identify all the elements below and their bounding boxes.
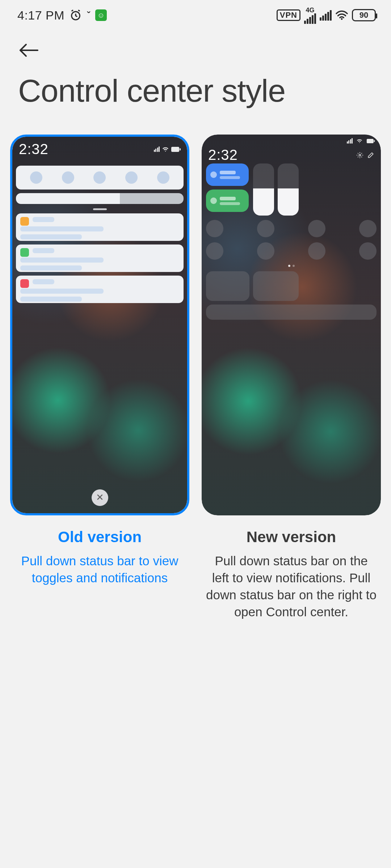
preview-slider xyxy=(253,163,274,216)
wifi-icon xyxy=(335,10,348,21)
preview-close-icon: ✕ xyxy=(92,489,108,506)
preview-battery-icon xyxy=(171,147,181,152)
alarm-icon xyxy=(70,9,82,21)
preview-signal-icon xyxy=(347,138,353,144)
preview-slider xyxy=(278,163,299,216)
status-right: VPN 4G 90 xyxy=(277,7,376,24)
preview-wifi-icon xyxy=(356,139,363,144)
svg-point-5 xyxy=(359,142,360,143)
option-title: Old version xyxy=(58,528,142,546)
preview-card xyxy=(206,271,249,301)
settings-icon xyxy=(356,152,363,159)
signal-2-icon xyxy=(320,10,332,21)
preview-toggles-panel xyxy=(16,166,184,190)
battery-icon: 90 xyxy=(352,9,376,21)
option-old-preview: 2:32 xyxy=(10,135,189,515)
status-time: 4:17 PM xyxy=(17,8,64,22)
preview-tile xyxy=(206,163,249,186)
edit-icon xyxy=(367,152,374,159)
preview-time: 2:32 xyxy=(19,141,49,157)
preview-wifi-icon xyxy=(162,146,169,152)
page-title: Control center style xyxy=(0,63,391,135)
option-old-version[interactable]: 2:32 xyxy=(10,135,189,621)
svg-rect-4 xyxy=(180,148,181,150)
back-button[interactable] xyxy=(18,41,44,59)
option-title: New version xyxy=(247,528,336,546)
options-grid: 2:32 xyxy=(0,135,391,621)
preview-toggle-row xyxy=(206,242,377,260)
svg-point-1 xyxy=(341,18,343,20)
status-app-icon: ☺ xyxy=(95,9,107,21)
svg-point-2 xyxy=(165,150,166,151)
preview-battery-icon xyxy=(366,139,375,143)
status-bar: 4:17 PM ˇ ☺ VPN 4G 90 xyxy=(0,0,391,30)
preview-brightness-slider xyxy=(16,193,184,204)
svg-rect-6 xyxy=(367,139,374,143)
preview-card xyxy=(253,271,299,301)
preview-toggle-row xyxy=(206,220,377,237)
preview-notification xyxy=(16,276,184,303)
option-description: Pull down status bar to view toggles and… xyxy=(10,552,189,587)
preview-card xyxy=(206,305,377,320)
preview-page-dots xyxy=(288,265,295,267)
svg-point-8 xyxy=(359,154,361,156)
vpn-icon: VPN xyxy=(277,9,300,21)
status-left: 4:17 PM ˇ ☺ xyxy=(17,8,107,22)
status-glyph: ˇ xyxy=(87,10,90,21)
option-new-version[interactable]: 2:32 New version Pull down status xyxy=(202,135,381,621)
preview-signal-icon xyxy=(154,146,160,152)
preview-notification xyxy=(16,244,184,272)
preview-notification xyxy=(16,213,184,241)
svg-rect-3 xyxy=(171,147,179,152)
signal-1-icon: 4G xyxy=(304,7,316,24)
option-description: Pull down status bar on the left to view… xyxy=(202,552,381,621)
preview-tile xyxy=(206,190,249,212)
preview-time: 2:32 xyxy=(208,147,238,163)
preview-drag-handle xyxy=(93,208,107,210)
svg-rect-7 xyxy=(374,140,375,142)
option-new-preview: 2:32 xyxy=(202,135,381,515)
